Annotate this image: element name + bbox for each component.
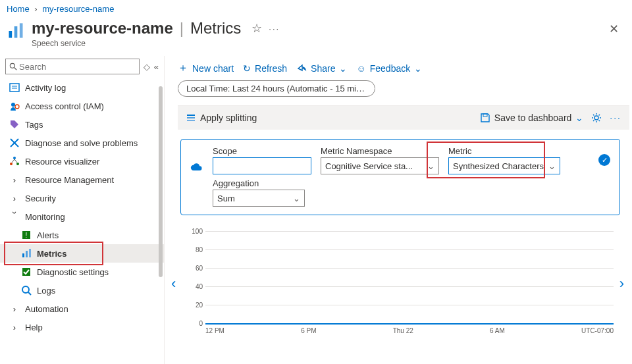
toolbar-label: New chart [192,63,234,74]
aggregation-select[interactable]: Sum ⌄ [213,190,305,207]
chart-x-tick: 6 AM [490,327,505,334]
sidebar-section-automation[interactable]: › Automation [0,299,164,318]
refresh-button[interactable]: ↻ Refresh [243,63,287,74]
chart-x-tick: 12 PM [205,327,224,334]
sidebar-item-label: Diagnostic settings [37,267,109,277]
svg-text:!: ! [26,232,28,239]
sidebar-item-access-control[interactable]: Access control (IAM) [0,97,164,115]
sidebar-item-activity-log[interactable]: Activity log [0,78,164,97]
svg-line-34 [593,115,594,116]
svg-rect-21 [29,249,31,257]
svg-rect-20 [26,251,28,257]
svg-rect-5 [10,84,19,91]
diagnostic-settings-icon [21,267,32,277]
metric-namespace-select[interactable]: Cognitive Service sta... ⌄ [321,157,439,174]
chevron-down-icon: ⌄ [414,63,422,74]
sidebar-section-label: Monitoring [25,212,65,222]
access-control-icon [9,101,20,111]
time-range-pill[interactable]: Local Time: Last 24 hours (Automatic - 1… [178,80,375,97]
expand-icon[interactable]: ◇ [144,62,150,72]
chart-y-tick: 40 [187,283,203,290]
sidebar-item-diagnose[interactable]: Diagnose and solve problems [0,134,164,152]
svg-point-8 [11,103,15,107]
refresh-icon: ↻ [243,63,251,74]
sidebar-section-monitoring[interactable]: › Monitoring [0,207,164,226]
chevron-right-icon: › [9,303,20,314]
share-icon [296,63,307,74]
chart-y-tick: 20 [187,301,203,309]
chart-timezone-label: UTC-07:00 [581,327,614,334]
chevron-down-icon: ⌄ [293,194,300,203]
page-title-section: Metrics [190,19,241,38]
sidebar-item-metrics[interactable]: Metrics [0,244,164,263]
sidebar-section-security[interactable]: › Security [0,189,164,207]
metrics-resource-icon [7,22,25,40]
chart-gridline [205,323,614,325]
scope-label: Scope [213,146,311,156]
cloud-icon [190,162,203,172]
sidebar-item-label: Alerts [37,230,59,240]
toolbar-label: Feedback [370,63,410,74]
page-title-resource: my-resource-name [32,19,173,38]
svg-point-9 [15,105,19,109]
aggregation-label: Aggregation [213,178,311,188]
settings-button[interactable] [591,113,602,123]
sidebar-section-label: Help [25,323,43,332]
chart-gridline [205,286,614,287]
svg-point-14 [16,163,19,165]
more-button[interactable]: ··· [610,113,621,123]
chevron-down-icon: ⌄ [427,161,434,171]
chevron-down-icon: ⌄ [339,63,347,74]
metric-select[interactable]: Synthesized Characters ⌄ [448,157,560,174]
save-to-dashboard-button[interactable]: Save to dashboard ⌄ [480,113,584,123]
metrics-toolbar: ＋ New chart ↻ Refresh Share ⌄ ☺ Feedback… [178,59,632,80]
sidebar-item-logs[interactable]: Logs [0,281,164,299]
sidebar-search[interactable] [5,59,140,74]
sidebar-section-label: Resource Management [25,175,114,185]
save-icon [480,113,490,123]
sidebar-item-diagnostic-settings[interactable]: Diagnostic settings [0,263,164,281]
sidebar-item-resource-visualizer[interactable]: Resource visualizer [0,152,164,170]
svg-rect-0 [9,31,13,38]
feedback-button[interactable]: ☺ Feedback ⌄ [356,63,422,74]
filter-confirm-icon: ✓ [598,154,610,166]
chart-x-axis: 12 PM6 PMThu 226 AMUTC-07:00 [205,327,614,334]
collapse-sidebar-icon[interactable]: « [154,62,159,72]
sidebar-item-label: Tags [25,120,43,130]
svg-rect-1 [14,26,18,38]
sidebar-scrollbar[interactable] [159,80,163,364]
favorite-star-icon[interactable]: ☆ [251,21,262,36]
logs-icon [21,285,32,296]
sidebar-search-input[interactable] [18,61,136,72]
resource-visualizer-icon [9,156,20,167]
new-chart-button[interactable]: ＋ New chart [178,61,234,75]
diagnose-icon [9,138,20,148]
more-icon: ··· [610,113,621,123]
chart-prev-button[interactable]: ‹ [171,275,176,292]
sidebar-item-label: Metrics [37,249,67,259]
action-label: Save to dashboard [494,113,572,123]
chevron-right-icon: › [9,322,20,332]
apply-splitting-icon [186,113,196,123]
breadcrumb-resource[interactable]: my-resource-name [42,4,114,14]
sidebar-section-help[interactable]: › Help [0,318,164,336]
share-button[interactable]: Share ⌄ [296,63,347,74]
sidebar-item-label: Diagnose and solve problems [25,138,138,148]
breadcrumb-home[interactable]: Home [7,4,30,14]
more-actions-icon[interactable]: ··· [269,24,280,34]
sidebar-item-tags[interactable]: Tags [0,115,164,134]
chevron-down-icon: ⌄ [575,113,583,123]
sidebar-item-alerts[interactable]: ! Alerts [0,226,164,244]
metrics-chart: ‹ › 10080604020012 PM6 PMThu 226 AMUTC-0… [178,231,627,336]
feedback-icon: ☺ [356,63,365,74]
sidebar-section-resource-management[interactable]: › Resource Management [0,170,164,189]
chart-gridline [205,231,614,232]
chart-next-button[interactable]: › [619,275,624,292]
chart-gridline [205,268,614,269]
sidebar-item-label: Logs [37,286,55,296]
svg-line-15 [12,159,14,163]
svg-point-3 [10,63,14,68]
apply-splitting-button[interactable]: Apply splitting [186,113,257,123]
close-blade-button[interactable]: ✕ [604,19,624,39]
scope-select[interactable] [213,157,311,174]
